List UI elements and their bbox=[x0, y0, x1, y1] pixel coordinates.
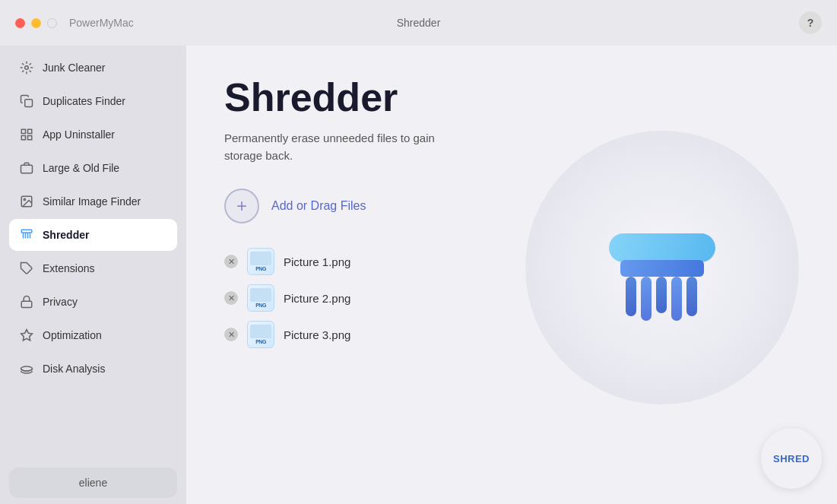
file-remove-button-1[interactable]: ✕ bbox=[224, 255, 238, 268]
sidebar-item-shredder[interactable]: Shredder bbox=[9, 219, 177, 251]
sidebar-label-disk-analysis: Disk Analysis bbox=[43, 363, 105, 375]
sidebar-label-extensions: Extensions bbox=[43, 262, 94, 274]
sidebar-item-large-old-file[interactable]: Large & Old File bbox=[9, 152, 177, 184]
minimize-button[interactable] bbox=[31, 18, 41, 28]
help-button[interactable]: ? bbox=[799, 11, 822, 34]
sparkle-icon bbox=[18, 327, 35, 344]
svg-marker-12 bbox=[21, 330, 33, 341]
sidebar-item-duplicates-finder[interactable]: Duplicates Finder bbox=[9, 85, 177, 117]
sidebar-label-large-old-file: Large & Old File bbox=[43, 162, 119, 174]
file-remove-button-3[interactable]: ✕ bbox=[224, 328, 238, 341]
sidebar-label-optimization: Optimization bbox=[43, 329, 102, 341]
sidebar-label-app-uninstaller: App Uninstaller bbox=[43, 128, 115, 141]
page-title: Shredder bbox=[224, 76, 799, 119]
shredder-illustration bbox=[586, 192, 738, 344]
add-files-button[interactable]: + bbox=[224, 189, 259, 223]
file-icon-3: PNG bbox=[247, 321, 274, 348]
image-icon bbox=[18, 193, 35, 210]
file-icon-1: PNG bbox=[247, 248, 274, 275]
svg-rect-20 bbox=[686, 277, 697, 316]
file-remove-button-2[interactable]: ✕ bbox=[224, 291, 238, 305]
svg-rect-1 bbox=[25, 100, 33, 107]
copy-icon bbox=[18, 93, 35, 109]
svg-rect-3 bbox=[28, 129, 32, 133]
sidebar-label-similar-image-finder: Similar Image Finder bbox=[43, 195, 141, 208]
svg-rect-14 bbox=[609, 233, 715, 262]
content-area: Shredder Permanently erase unneeded file… bbox=[186, 46, 837, 504]
file-name-3: Picture 3.png bbox=[284, 328, 350, 341]
sidebar-label-duplicates-finder: Duplicates Finder bbox=[43, 95, 125, 107]
window-title: Shredder bbox=[397, 17, 441, 29]
svg-rect-15 bbox=[620, 260, 704, 277]
gear-icon bbox=[18, 59, 35, 76]
briefcase-icon bbox=[18, 160, 35, 176]
svg-rect-5 bbox=[28, 136, 32, 140]
sidebar-label-junk-cleaner: Junk Cleaner bbox=[43, 62, 106, 74]
user-name: eliene bbox=[79, 477, 107, 489]
svg-rect-19 bbox=[671, 277, 682, 321]
sidebar: Junk Cleaner Duplicates Finder App Unins… bbox=[0, 46, 186, 504]
puzzle-icon bbox=[18, 260, 35, 277]
add-files-label[interactable]: Add or Drag Files bbox=[271, 199, 366, 213]
titlebar: PowerMyMac Shredder ? bbox=[0, 0, 837, 46]
illustration-circle bbox=[525, 131, 799, 404]
sidebar-bottom: eliene bbox=[9, 468, 177, 498]
svg-rect-16 bbox=[626, 277, 636, 316]
main-layout: Junk Cleaner Duplicates Finder App Unins… bbox=[0, 46, 837, 504]
traffic-lights bbox=[15, 18, 57, 28]
sidebar-item-app-uninstaller[interactable]: App Uninstaller bbox=[9, 119, 177, 151]
svg-rect-6 bbox=[21, 165, 33, 173]
close-button[interactable] bbox=[15, 18, 25, 28]
file-name-2: Picture 2.png bbox=[284, 292, 350, 305]
svg-rect-17 bbox=[641, 277, 652, 321]
sidebar-item-optimization[interactable]: Optimization bbox=[9, 319, 177, 351]
sidebar-item-privacy[interactable]: Privacy bbox=[9, 286, 177, 318]
svg-point-0 bbox=[25, 66, 29, 70]
disk-icon bbox=[18, 360, 35, 377]
svg-rect-4 bbox=[21, 136, 25, 140]
sidebar-item-extensions[interactable]: Extensions bbox=[9, 252, 177, 284]
sidebar-label-privacy: Privacy bbox=[43, 296, 78, 308]
shredder-icon bbox=[18, 227, 35, 243]
svg-rect-18 bbox=[656, 277, 667, 313]
maximize-button[interactable] bbox=[47, 18, 57, 28]
file-icon-2: PNG bbox=[247, 284, 274, 312]
svg-rect-9 bbox=[21, 230, 32, 233]
page-description: Permanently erase unneeded files to gain… bbox=[224, 130, 437, 164]
svg-rect-11 bbox=[21, 301, 32, 307]
sidebar-label-shredder: Shredder bbox=[43, 229, 89, 241]
illustration bbox=[525, 131, 814, 420]
sidebar-item-similar-image-finder[interactable]: Similar Image Finder bbox=[9, 185, 177, 217]
user-section[interactable]: eliene bbox=[9, 468, 177, 498]
titlebar-right: ? bbox=[799, 11, 822, 34]
shred-button[interactable]: SHRED bbox=[761, 428, 822, 489]
app-name: PowerMyMac bbox=[69, 17, 134, 29]
svg-rect-2 bbox=[21, 129, 25, 133]
lock-icon bbox=[18, 293, 35, 310]
grid-icon bbox=[18, 126, 35, 143]
file-name-1: Picture 1.png bbox=[284, 255, 350, 268]
sidebar-item-disk-analysis[interactable]: Disk Analysis bbox=[9, 353, 177, 385]
sidebar-item-junk-cleaner[interactable]: Junk Cleaner bbox=[9, 52, 177, 84]
svg-point-8 bbox=[24, 198, 25, 200]
